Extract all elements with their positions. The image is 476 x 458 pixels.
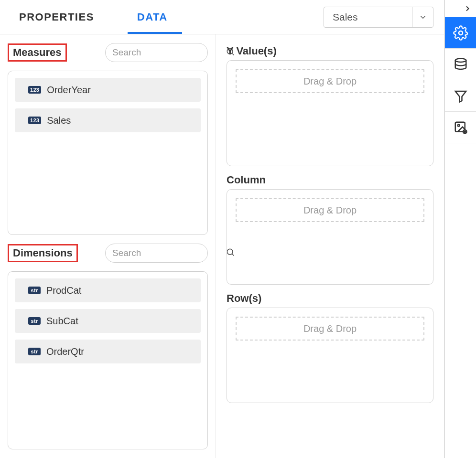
dimension-item[interactable]: str SubCat [15, 309, 201, 333]
measure-label: OrderYear [47, 85, 91, 96]
dimensions-search[interactable] [105, 244, 208, 263]
datasource-dropdown[interactable]: Sales [324, 7, 433, 28]
string-type-icon: str [28, 348, 41, 355]
string-type-icon: str [28, 287, 41, 294]
sidebar-settings[interactable] [445, 17, 476, 49]
svg-point-8 [457, 124, 459, 126]
yvalues-title: Y Value(s) [227, 45, 433, 57]
measures-search-input[interactable] [112, 47, 226, 58]
tab-data[interactable]: DATA [118, 0, 192, 34]
svg-marker-6 [455, 91, 466, 102]
dimension-label: SubCat [46, 316, 78, 327]
column-dropzone[interactable]: Drag & Drop [227, 189, 433, 285]
svg-point-4 [459, 31, 463, 35]
filter-icon [454, 89, 468, 103]
measures-search[interactable] [105, 43, 208, 62]
yvalues-dropzone[interactable]: Drag & Drop [227, 60, 433, 166]
top-bar: PROPERTIES DATA Sales [0, 0, 444, 34]
sidebar-filter[interactable] [445, 80, 476, 112]
fields-pane: Measures 123 OrderYear 123 Sales [0, 34, 216, 458]
right-sidebar [444, 0, 476, 458]
datasource-label: Sales [324, 11, 412, 23]
chevron-right-icon [464, 5, 471, 12]
dimension-label: OrderQtr [46, 346, 84, 357]
yvalues-section: Y Value(s) Drag & Drop [227, 45, 433, 166]
tab-strip: PROPERTIES DATA [0, 0, 192, 34]
dimension-item[interactable]: str ProdCat [15, 278, 201, 302]
gear-icon [453, 25, 468, 41]
svg-point-5 [455, 58, 466, 62]
measures-title: Measures [8, 43, 67, 62]
body: Measures 123 OrderYear 123 Sales [0, 34, 444, 458]
number-type-icon: 123 [28, 86, 41, 94]
image-settings-icon [454, 120, 468, 135]
dimensions-title: Dimensions [8, 244, 78, 262]
main-panel: PROPERTIES DATA Sales Measures [0, 0, 444, 458]
tab-properties[interactable]: PROPERTIES [0, 0, 118, 34]
drop-placeholder: Drag & Drop [236, 198, 424, 222]
column-section: Column Drag & Drop [227, 174, 433, 285]
collapse-sidebar-button[interactable] [445, 0, 476, 17]
dropzones-pane: Y Value(s) Drag & Drop Column Drag & Dro… [216, 34, 444, 458]
svg-point-10 [464, 131, 465, 132]
dimension-label: ProdCat [46, 285, 81, 296]
measure-label: Sales [47, 115, 71, 126]
rows-title: Row(s) [227, 292, 433, 305]
chevron-down-icon [412, 7, 433, 27]
sidebar-image[interactable] [445, 112, 476, 143]
measure-item[interactable]: 123 Sales [15, 108, 201, 132]
number-type-icon: 123 [28, 117, 41, 124]
sidebar-data[interactable] [445, 49, 476, 80]
measures-header: Measures [8, 43, 208, 62]
dimensions-box: str ProdCat str SubCat str OrderQtr [8, 271, 208, 449]
database-icon [454, 57, 468, 72]
column-title: Column [227, 174, 433, 186]
rows-dropzone[interactable]: Drag & Drop [227, 308, 433, 403]
measures-box: 123 OrderYear 123 Sales [8, 71, 208, 235]
measure-item[interactable]: 123 OrderYear [15, 78, 201, 102]
dimensions-search-input[interactable] [112, 248, 226, 258]
drop-placeholder: Drag & Drop [236, 317, 424, 341]
drop-placeholder: Drag & Drop [236, 69, 424, 93]
string-type-icon: str [28, 317, 41, 325]
rows-section: Row(s) Drag & Drop [227, 292, 433, 403]
dimensions-header: Dimensions [8, 244, 208, 263]
dimension-item[interactable]: str OrderQtr [15, 340, 201, 363]
